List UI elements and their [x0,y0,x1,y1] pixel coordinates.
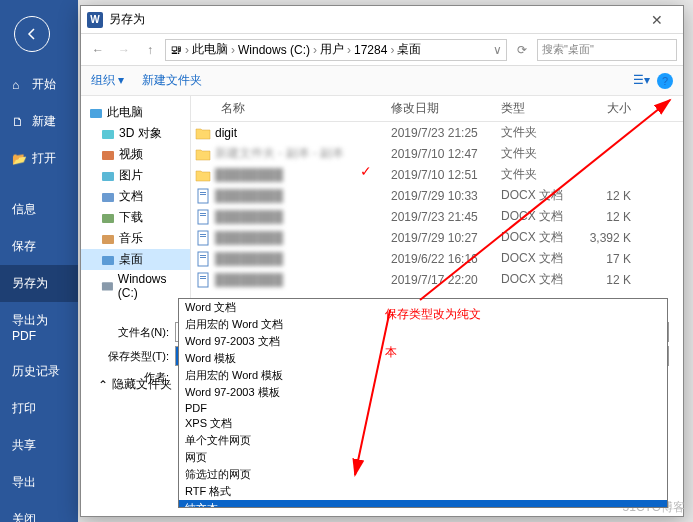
file-row[interactable]: ████████2019/7/17 22:20DOCX 文档12 K [191,269,683,290]
crumb[interactable]: 此电脑 [192,41,228,58]
new-folder-button[interactable]: 新建文件夹 [142,72,202,89]
help-button[interactable]: ? [657,73,673,89]
file-row[interactable]: digit2019/7/23 21:25文件夹 [191,122,683,143]
refresh-button[interactable]: ⟳ [511,39,533,61]
crumb[interactable]: Windows (C:) [238,43,310,57]
dropdown-option[interactable]: 筛选过的网页 [179,466,667,483]
file-row[interactable]: ████████2019/6/22 16:16DOCX 文档17 K [191,248,683,269]
file-type: DOCX 文档 [501,208,581,225]
tree-item[interactable]: 此电脑 [81,102,190,123]
file-row[interactable]: ████████2019/7/23 21:45DOCX 文档12 K [191,206,683,227]
col-date[interactable]: 修改日期 [391,100,501,117]
file-date: 2019/7/29 10:27 [391,231,501,245]
file-type: DOCX 文档 [501,187,581,204]
file-row[interactable]: ████████2019/7/29 10:27DOCX 文档3,392 K [191,227,683,248]
nav-up-button[interactable]: ↑ [139,39,161,61]
tree-item[interactable]: 文档 [81,186,190,207]
tree-item[interactable]: 图片 [81,165,190,186]
sidebar-item-1[interactable]: 🗋新建 [0,103,78,140]
file-icon [191,147,215,161]
file-name: ████████ [215,210,391,224]
dropdown-option[interactable]: 纯文本 [179,500,667,508]
tree-item[interactable]: Windows (C:) [81,270,190,302]
dropdown-option[interactable]: PDF [179,401,667,415]
organize-button[interactable]: 组织 ▾ [91,72,124,89]
file-type: DOCX 文档 [501,271,581,288]
column-headers[interactable]: 名称 修改日期 类型 大小 [191,96,683,122]
sidebar-icon: 🗋 [12,115,26,129]
chevron-up-icon: ⌃ [98,378,108,392]
dropdown-option[interactable]: 启用宏的 Word 文档 [179,316,667,333]
svg-rect-5 [102,214,114,223]
filetype-dropdown[interactable]: Word 文档启用宏的 Word 文档Word 97-2003 文档Word 模… [178,298,668,508]
sidebar-item-3[interactable]: 信息 [0,191,78,228]
col-size[interactable]: 大小 [581,100,641,117]
tree-label: 3D 对象 [119,125,162,142]
crumb[interactable]: 用户 [320,41,344,58]
tree-item[interactable]: 3D 对象 [81,123,190,144]
nav-back-button[interactable]: ← [87,39,109,61]
file-name: ████████ [215,252,391,266]
file-row[interactable]: ████████2019/7/10 12:51文件夹 [191,164,683,185]
pc-icon: 🖳 [170,43,182,57]
file-icon [191,188,215,204]
dropdown-option[interactable]: RTF 格式 [179,483,667,500]
file-icon [191,272,215,288]
pic-icon [101,170,115,182]
svg-rect-13 [200,213,206,214]
file-name: ████████ [215,189,391,203]
svg-rect-20 [200,257,206,258]
sidebar-item-10[interactable]: 导出 [0,464,78,501]
dropdown-option[interactable]: 网页 [179,449,667,466]
sidebar-icon: 📂 [12,152,26,166]
svg-rect-23 [200,278,206,279]
dropdown-option[interactable]: XPS 文档 [179,415,667,432]
nav-forward-button[interactable]: → [113,39,135,61]
sidebar-item-4[interactable]: 保存 [0,228,78,265]
close-button[interactable]: ✕ [637,12,677,28]
sidebar-item-11[interactable]: 关闭 [0,501,78,522]
tree-item[interactable]: 音乐 [81,228,190,249]
dropdown-option[interactable]: Word 模板 [179,350,667,367]
sidebar-item-5[interactable]: 另存为 [0,265,78,302]
sidebar-item-6[interactable]: 导出为PDF [0,302,78,353]
crumb[interactable]: 17284 [354,43,387,57]
tree-item[interactable]: 视频 [81,144,190,165]
sidebar-item-8[interactable]: 打印 [0,390,78,427]
sidebar-item-2[interactable]: 📂打开 [0,140,78,177]
col-type[interactable]: 类型 [501,100,581,117]
file-icon [191,209,215,225]
dropdown-option[interactable]: Word 97-2003 模板 [179,384,667,401]
word-backstage-sidebar: ⌂开始🗋新建📂打开信息保存另存为导出为PDF历史记录打印共享导出关闭 [0,0,78,522]
file-row[interactable]: ████████2019/7/29 10:33DOCX 文档12 K [191,185,683,206]
svg-rect-15 [198,231,208,245]
sidebar-item-7[interactable]: 历史记录 [0,353,78,390]
view-options-button[interactable]: ☰▾ [633,73,649,89]
sidebar-item-0[interactable]: ⌂开始 [0,66,78,103]
file-icon [191,251,215,267]
dropdown-option[interactable]: 单个文件网页 [179,432,667,449]
tree-label: 下载 [119,209,143,226]
hide-folders-toggle[interactable]: ⌃ 隐藏文件夹 [98,376,172,393]
dropdown-option[interactable]: Word 文档 [179,299,667,316]
filetype-label: 保存类型(T): [95,349,175,364]
svg-rect-16 [200,234,206,235]
breadcrumb[interactable]: 🖳 › 此电脑› Windows (C:)› 用户› 17284› 桌面 ∨ [165,39,507,61]
tree-item[interactable]: 下载 [81,207,190,228]
sidebar-item-label: 打印 [12,400,36,417]
file-type: DOCX 文档 [501,229,581,246]
dropdown-option[interactable]: Word 97-2003 文档 [179,333,667,350]
sidebar-item-label: 新建 [32,113,56,130]
col-name[interactable]: 名称 [191,100,391,117]
svg-rect-0 [90,109,102,118]
word-icon: W [87,12,103,28]
tree-item[interactable]: 桌面 [81,249,190,270]
back-button[interactable] [14,16,50,52]
file-row[interactable]: 新建文件夹 - 副本 - 副本2019/7/10 12:47文件夹 [191,143,683,164]
crumb[interactable]: 桌面 [397,41,421,58]
search-input[interactable]: 搜索"桌面" [537,39,677,61]
file-type: DOCX 文档 [501,250,581,267]
dropdown-option[interactable]: 启用宏的 Word 模板 [179,367,667,384]
sidebar-item-label: 历史记录 [12,363,60,380]
sidebar-item-9[interactable]: 共享 [0,427,78,464]
